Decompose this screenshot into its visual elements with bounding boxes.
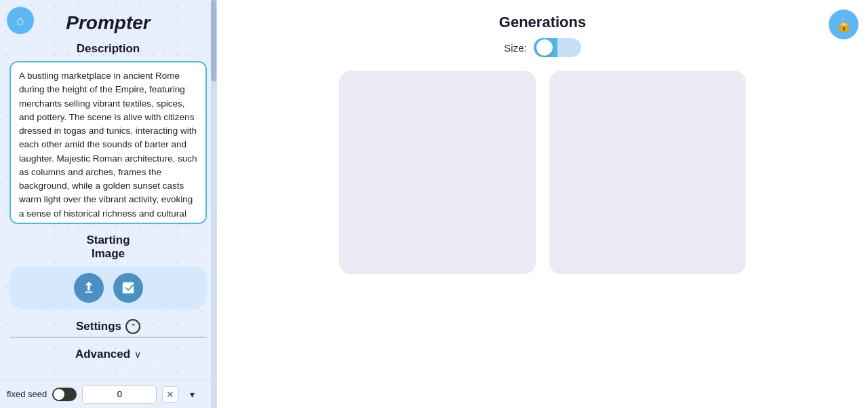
seed-input[interactable] <box>82 385 157 404</box>
settings-title: Settings <box>76 320 121 333</box>
advanced-chevron-icon: ∨ <box>134 349 141 360</box>
description-textarea[interactable] <box>9 61 207 224</box>
size-label: Size: <box>504 42 526 54</box>
add-image-button[interactable] <box>113 273 143 303</box>
upload-icon <box>81 280 96 295</box>
sidebar: ⌂ Prompter Description StartingImage Set… <box>0 0 217 408</box>
main-content: 🔒 Generations Size: <box>217 0 868 408</box>
lock-icon: 🔒 <box>835 16 852 33</box>
starting-image-title: StartingImage <box>86 234 130 261</box>
size-row: Size: <box>504 38 580 57</box>
seed-dropdown-button[interactable]: ▾ <box>184 386 200 403</box>
size-toggle-thumb <box>536 39 553 56</box>
app-title: Prompter <box>66 12 150 34</box>
settings-row: Settings ⌃ <box>76 319 140 334</box>
settings-divider <box>9 337 207 338</box>
starting-image-buttons <box>9 266 207 310</box>
generations-title: Generations <box>499 14 586 31</box>
bottom-bar: fixed seed ✕ ▾ <box>0 379 216 408</box>
image-grid <box>244 71 841 274</box>
upload-image-button[interactable] <box>74 273 104 303</box>
home-button[interactable]: ⌂ <box>7 7 34 34</box>
generation-image-1 <box>339 71 536 274</box>
scrollbar-track <box>211 0 216 408</box>
advanced-title: Advanced <box>75 348 130 361</box>
settings-toggle-button[interactable]: ⌃ <box>125 319 140 334</box>
generation-image-2 <box>549 71 746 274</box>
home-icon: ⌂ <box>17 14 24 28</box>
fixed-seed-label: fixed seed <box>7 389 47 399</box>
advanced-row: Advanced ∨ <box>75 348 141 361</box>
size-toggle[interactable] <box>534 38 581 57</box>
clear-icon: ✕ <box>166 389 174 400</box>
dropdown-icon: ▾ <box>190 389 195 400</box>
description-section-title: Description <box>77 42 140 56</box>
fixed-seed-toggle[interactable] <box>52 388 77 401</box>
clear-seed-button[interactable]: ✕ <box>162 386 178 403</box>
add-image-icon <box>121 280 136 295</box>
lock-button[interactable]: 🔒 <box>829 10 859 39</box>
scrollbar-thumb[interactable] <box>211 0 216 81</box>
